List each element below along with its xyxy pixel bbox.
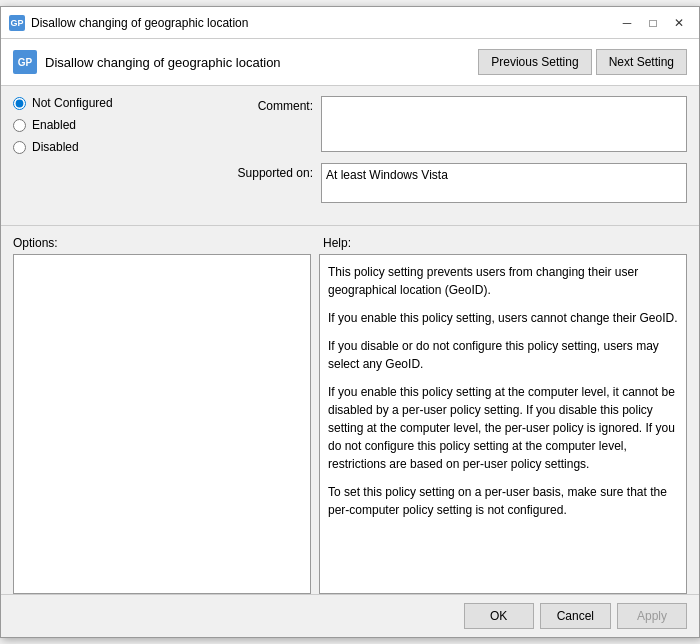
options-col-header: Options: <box>13 236 323 250</box>
header-section: GP Disallow changing of geographic locat… <box>1 39 699 86</box>
enabled-label: Enabled <box>32 118 76 132</box>
header-title: Disallow changing of geographic location <box>45 55 281 70</box>
footer: OK Cancel Apply <box>1 594 699 637</box>
options-box <box>13 254 311 594</box>
disabled-option[interactable]: Disabled <box>13 140 223 154</box>
right-panel: Comment: Supported on: At least Windows … <box>223 96 687 211</box>
options-label: Options: <box>13 236 58 250</box>
title-bar-left: GP Disallow changing of geographic locat… <box>9 15 248 31</box>
comment-input-area <box>321 96 687 155</box>
header-left: GP Disallow changing of geographic locat… <box>13 50 281 74</box>
supported-label: Supported on: <box>223 163 313 180</box>
help-paragraph: If you enable this policy setting, users… <box>328 309 678 327</box>
ok-button[interactable]: OK <box>464 603 534 629</box>
previous-setting-button[interactable]: Previous Setting <box>478 49 591 75</box>
comment-row: Comment: <box>223 96 687 155</box>
comment-label: Comment: <box>223 96 313 113</box>
divider <box>1 225 699 226</box>
supported-value-box: At least Windows Vista <box>321 163 687 203</box>
config-area: Not Configured Enabled Disabled Comm <box>1 86 699 221</box>
supported-value: At least Windows Vista <box>326 168 448 182</box>
supported-row: Supported on: At least Windows Vista <box>223 163 687 203</box>
minimize-button[interactable]: ─ <box>615 12 639 34</box>
disabled-radio[interactable] <box>13 141 26 154</box>
help-paragraph: If you enable this policy setting at the… <box>328 383 678 473</box>
disabled-label: Disabled <box>32 140 79 154</box>
title-bar: GP Disallow changing of geographic locat… <box>1 7 699 39</box>
radio-group: Not Configured Enabled Disabled <box>13 96 223 154</box>
apply-button[interactable]: Apply <box>617 603 687 629</box>
next-setting-button[interactable]: Next Setting <box>596 49 687 75</box>
left-panel: Not Configured Enabled Disabled <box>13 96 223 211</box>
help-label: Help: <box>323 236 351 250</box>
main-window: GP Disallow changing of geographic locat… <box>0 6 700 638</box>
options-help-header: Options: Help: <box>1 230 699 254</box>
help-paragraph: To set this policy setting on a per-user… <box>328 483 678 519</box>
window-title: Disallow changing of geographic location <box>31 16 248 30</box>
help-paragraph: If you disable or do not configure this … <box>328 337 678 373</box>
help-paragraph: This policy setting prevents users from … <box>328 263 678 299</box>
supported-input-area: At least Windows Vista <box>321 163 687 203</box>
comment-textarea[interactable] <box>321 96 687 152</box>
enabled-option[interactable]: Enabled <box>13 118 223 132</box>
maximize-button[interactable]: □ <box>641 12 665 34</box>
not-configured-label: Not Configured <box>32 96 113 110</box>
window-icon: GP <box>9 15 25 31</box>
main-content: Not Configured Enabled Disabled Comm <box>1 86 699 594</box>
help-col-header: Help: <box>323 236 687 250</box>
cancel-button[interactable]: Cancel <box>540 603 611 629</box>
options-help-body: This policy setting prevents users from … <box>1 254 699 594</box>
header-buttons: Previous Setting Next Setting <box>478 49 687 75</box>
not-configured-option[interactable]: Not Configured <box>13 96 223 110</box>
header-icon: GP <box>13 50 37 74</box>
close-button[interactable]: ✕ <box>667 12 691 34</box>
help-box: This policy setting prevents users from … <box>319 254 687 594</box>
enabled-radio[interactable] <box>13 119 26 132</box>
title-controls: ─ □ ✕ <box>615 12 691 34</box>
not-configured-radio[interactable] <box>13 97 26 110</box>
